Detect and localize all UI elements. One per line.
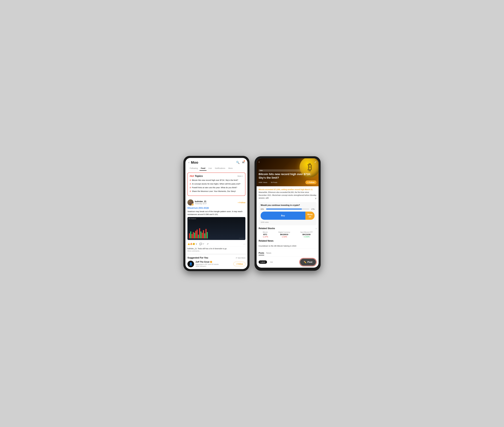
suggested-desc: Interested in MY and US stocks xyxy=(196,263,232,265)
posts-label: 56 Posts xyxy=(271,182,277,183)
suggested-header: Suggested For You ↺ See More xyxy=(188,257,245,259)
bitcoin-bg: ₿ ‹ ⤢ Vote Bitcoin hits new record high … xyxy=(256,158,319,186)
post-button[interactable]: ✏️ Post xyxy=(300,259,316,266)
more-comments[interactable]: More comments... xyxy=(188,250,245,252)
poll-bar-row: 83% 17% xyxy=(261,208,315,210)
stock-bk21030-change: +3.93% xyxy=(300,236,313,238)
candle-11 xyxy=(202,233,203,238)
hash-icon-0: # xyxy=(190,179,191,182)
tab-following[interactable]: Following xyxy=(188,166,199,171)
candle-5 xyxy=(194,233,195,238)
hot-label: Hot xyxy=(190,175,194,177)
bitcoin-meta: 448K Views · 56 Posts + Follow xyxy=(259,180,316,184)
author-meta: bullrider_21 Yesterday 18:27 xyxy=(195,200,207,205)
share-icon: ↗ xyxy=(207,243,209,245)
stocks-arrow[interactable]: › xyxy=(316,227,316,230)
right-phone: ₿ ‹ ⤢ Vote Bitcoin hits new record high … xyxy=(255,156,321,271)
stock-bk20010[interactable]: Digital Currency BK20010 -1.53% xyxy=(278,231,290,238)
chart-bg: S51 Seatrium xyxy=(188,217,245,240)
moveon-pct-label: 17% xyxy=(310,208,315,210)
mail-icon[interactable]: ✉ xyxy=(242,161,244,164)
suggested-follow-button[interactable]: + Fellow xyxy=(233,262,245,266)
expand-article-button[interactable]: ∨ xyxy=(315,197,316,200)
like-icon: 👍🔥😊 xyxy=(188,243,195,245)
comment-button[interactable]: 💬 7 xyxy=(199,243,204,245)
verified-badge: ✓ xyxy=(210,261,212,263)
news-item-0[interactable]: Countdown to the 4th Bitcoin halving in … xyxy=(259,244,316,248)
post-header: 🐂 ★ bullrider_21 Yesterday 18:27 + Follo… xyxy=(188,199,245,206)
hot-item-2[interactable]: # Powell hints at rate cuts this year: W… xyxy=(190,186,243,189)
left-screen: ‹ Moo 🔍 ✉ Following Feed Live Notificati… xyxy=(185,158,248,269)
related-stocks-header: Related Stocks › xyxy=(259,227,316,230)
right-nav: ‹ ⤢ xyxy=(259,160,316,164)
tab-news[interactable]: News xyxy=(266,252,271,255)
buy-button[interactable]: Buy xyxy=(261,212,305,220)
hot-item-1[interactable]: # AI concept stocks hit new highs: When … xyxy=(190,183,243,185)
tab-more[interactable]: More xyxy=(227,166,234,171)
candle-15 xyxy=(207,232,208,238)
post-follow-button[interactable]: + Follow xyxy=(238,201,245,204)
search-icon[interactable]: 🔍 xyxy=(236,161,240,164)
author-name: bullrider_21 xyxy=(195,200,207,203)
poll-bar xyxy=(266,209,309,210)
left-phone: ‹ Moo 🔍 ✉ Following Feed Live Notificati… xyxy=(183,156,249,271)
hot-topics-card: Hot Topics More > # Bitcoin hits new rec… xyxy=(188,173,245,196)
share-button[interactable]: ↗ xyxy=(207,243,209,245)
comment-icon: 💬 xyxy=(199,243,202,245)
expand-icon[interactable]: ⤢ xyxy=(314,160,316,164)
app-title: Moo xyxy=(189,160,236,165)
stock-btc[interactable]: Bitcoin BTC -1.37% xyxy=(263,231,268,238)
see-more-button[interactable]: ↺ See More xyxy=(236,257,245,259)
right-back-button[interactable]: ‹ xyxy=(259,160,259,164)
article-follow-button[interactable]: + Follow xyxy=(305,180,316,184)
comment-count: 7 xyxy=(203,243,204,245)
tab-notifications[interactable]: Notifications xyxy=(214,166,226,171)
filter-hot[interactable]: Hot xyxy=(268,260,275,264)
post-ticker[interactable]: $Seatrium (S51.SG)$ xyxy=(188,207,245,209)
filter-tabs: Latest Hot xyxy=(256,259,277,265)
hot-topics-header: Hot Topics More > xyxy=(190,175,243,177)
candle-14 xyxy=(205,229,206,238)
suggested-title: Suggested For You xyxy=(188,257,208,259)
stock-btc-ticker: BTC xyxy=(263,233,268,236)
moveon-button[interactable]: Move on xyxy=(305,212,315,220)
candle-1 xyxy=(189,233,190,238)
related-news-header: Related News xyxy=(259,240,316,242)
poll-card: Would you continue investing in crypto? … xyxy=(259,202,316,225)
article-title: Bitcoin hits new record high over $71K: … xyxy=(259,172,316,180)
stocks-row: Bitcoin BTC -1.37% Digital Currency BK20… xyxy=(259,231,316,238)
more-options-button[interactable]: ··· xyxy=(243,243,245,245)
right-content: Bitcoin exceeded $71,000, setting anothe… xyxy=(256,186,319,249)
tab-posts[interactable]: Posts xyxy=(259,252,264,255)
post-label: Post xyxy=(307,261,312,263)
hot-item-0[interactable]: # Bitcoin hits new record high over $71K… xyxy=(190,179,243,182)
tab-live[interactable]: Live xyxy=(207,166,213,171)
post-card: 🐂 ★ bullrider_21 Yesterday 18:27 + Follo… xyxy=(185,198,248,255)
candle-9 xyxy=(199,228,200,238)
hot-item-3[interactable]: # Share the Moomoo Love: Your Moments, O… xyxy=(190,190,243,192)
candle-7 xyxy=(197,229,198,238)
hot-item-text-1: AI concept stocks hit new highs: When wi… xyxy=(192,183,241,185)
like-button[interactable]: 👍🔥😊 9 xyxy=(188,243,197,245)
left-header: ‹ Moo 🔍 ✉ xyxy=(185,158,248,166)
post-chart-image: S51 Seatrium xyxy=(188,217,245,240)
filter-latest[interactable]: Latest xyxy=(259,260,267,264)
back-button[interactable]: ‹ xyxy=(188,161,189,164)
suggested-user: 👤 Zeff The Great ✓ Interested in MY and … xyxy=(188,261,245,267)
candle-13 xyxy=(204,233,205,238)
poll-votes: 1630 votes xyxy=(261,221,315,223)
tab-feed[interactable]: Feed xyxy=(200,166,206,171)
hash-icon-2: # xyxy=(190,187,191,189)
candle-8 xyxy=(198,235,199,238)
buy-pct-label: 83% xyxy=(261,208,265,210)
stock-bk21030[interactable]: Spot Bitcoin ETF BK21030 +3.93% xyxy=(300,231,313,238)
hot-item-text-3: Share the Moomoo Love: Your Moments, Our… xyxy=(192,190,236,192)
comment-preview: bullrider_21: Tesla still has a lot of d… xyxy=(188,246,245,252)
header-icons: 🔍 ✉ xyxy=(236,161,244,164)
article-date-marker: March 11. xyxy=(305,189,313,191)
filter-post-row: Latest Hot ✏️ Post xyxy=(256,257,319,268)
suggested-section: Suggested For You ↺ See More 👤 Zeff The … xyxy=(185,255,248,269)
hot-more-btn[interactable]: More > xyxy=(238,175,243,177)
post-time: Yesterday 18:27 xyxy=(195,203,207,205)
hash-icon-3: # xyxy=(190,190,191,192)
